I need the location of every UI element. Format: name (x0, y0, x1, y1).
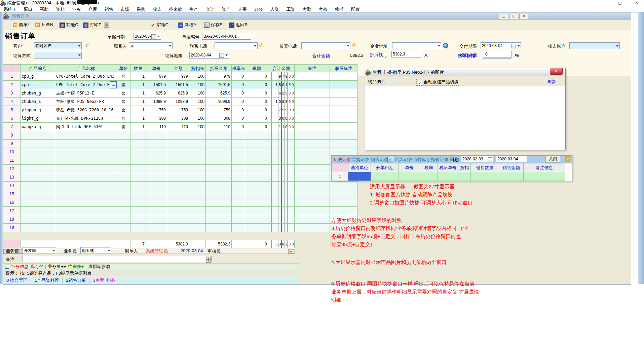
contact-select[interactable]: 无 (129, 42, 173, 49)
history-tab-报价记录[interactable]: 报价记录 (431, 157, 449, 163)
table-row[interactable]: 5yinpan_g硬盘-希捷 320G 7200.10 16套175975910… (3, 106, 357, 114)
history-tab-销售记录[interactable]: 销售记录 (371, 157, 388, 163)
toolbar-button-后单N[interactable]: ⏩后单N (35, 22, 53, 28)
menu-item-工资[interactable]: 工资 (283, 6, 299, 13)
menu-item-配置[interactable]: 配置 (347, 6, 364, 13)
table-row[interactable]: 4zhuban_s主板-微星 P35 Neo2-FR套11098.91098.9… (3, 98, 357, 106)
table-row[interactable]: 14 (3, 182, 357, 190)
menu-item-人事[interactable]: 人事 (234, 6, 251, 13)
column-header[interactable]: 单价 (146, 64, 167, 72)
bill-date-field[interactable]: 2020-03-04 (134, 33, 161, 40)
history-column-header[interactable]: 备注信息 (524, 163, 565, 172)
spinner-control[interactable]: ▲▼ (206, 257, 211, 262)
column-header[interactable]: 税额 (245, 64, 268, 72)
auto-follow-checkbox[interactable]: ✓ 自动跟随产品切换 (416, 79, 460, 86)
menu-item-秘书[interactable]: 秘书 (331, 6, 347, 13)
dept-select[interactable]: 开发部 (23, 247, 56, 254)
menu-item-资产[interactable]: 资产 (218, 6, 234, 13)
history-cell[interactable] (399, 172, 420, 181)
pointing-hand-icon[interactable]: ☞ (84, 42, 89, 48)
table-row[interactable]: 1cpu_gCPU-Intel Core 2 Duo E43套197997910… (3, 72, 357, 81)
toolbar-button-审核C[interactable]: ✔审核C (151, 22, 168, 28)
menu-item-考勤[interactable]: 考勤 (299, 6, 315, 13)
menu-item-生产[interactable]: 生产 (186, 6, 202, 13)
history-column-header[interactable]: 税率 (420, 163, 438, 172)
child-maximize-button[interactable]: ▢ (509, 14, 518, 19)
refresh-link[interactable]: 刷新 (547, 79, 556, 85)
table-row[interactable]: 11 (3, 156, 357, 165)
history-cell[interactable] (458, 172, 471, 181)
toolbar-button-新增A[interactable]: ＋新增A (178, 22, 196, 28)
quick-link-2[interactable]: 库存^^ (31, 264, 43, 270)
column-header[interactable]: 税率% (232, 64, 245, 72)
deliver-date-field[interactable]: 2020-03-04 (481, 42, 521, 49)
table-row[interactable]: 12 (3, 165, 357, 173)
phone-select[interactable] (215, 42, 258, 49)
menu-item-业务[interactable]: 业务 (69, 6, 85, 13)
fax-select[interactable] (301, 42, 350, 49)
salesman-select[interactable]: 周玉林 (80, 247, 111, 254)
history-column-header[interactable]: 开单日期 (371, 163, 399, 172)
history-column-header[interactable]: 单价 (399, 163, 420, 172)
menu-item-销售[interactable]: 销售 (101, 6, 117, 13)
window-right-border[interactable] (638, 12, 644, 284)
column-header[interactable]: 单位 (117, 64, 130, 72)
history-cell[interactable] (438, 172, 458, 181)
close-button[interactable]: ✕ (632, 1, 641, 5)
menu-item-办公[interactable]: 办公 (251, 6, 267, 13)
customer-select[interactable]: 临时客户 (34, 42, 82, 49)
toolbar-button-前单L[interactable]: ⏪前单L (12, 22, 30, 28)
printer-icon[interactable]: 🖶 (104, 22, 109, 28)
table-row[interactable]: 16 (3, 198, 357, 207)
column-header[interactable]: 备注 (295, 64, 330, 72)
taskbar-item-0综合管理[interactable]: 0 综合管理 (3, 277, 31, 283)
toolbar-button-保存S[interactable]: ▤保存S (204, 22, 223, 28)
history-column-header[interactable]: 折扣 (458, 163, 471, 172)
phone-icon[interactable]: ✆ (259, 42, 264, 48)
settle-date-field[interactable]: 2020-03-04 (189, 52, 229, 59)
menu-item-采购[interactable]: 采购 (133, 6, 149, 13)
table-row[interactable]: 17 (3, 207, 357, 215)
history-cell[interactable] (371, 172, 399, 181)
menu-item-资料[interactable]: 资料 (52, 6, 69, 13)
menu-item-窗口[interactable]: 窗口 (20, 6, 36, 13)
menu-item-往来款[interactable]: 往来款 (165, 6, 186, 13)
history-column-header[interactable]: - (332, 163, 348, 172)
table-row[interactable]: 15 (3, 190, 357, 198)
history-selected-cell[interactable] (348, 172, 371, 181)
ellipsis-button[interactable]: ... (110, 81, 117, 88)
column-header[interactable]: 事后备注 (330, 64, 357, 72)
table-row[interactable]: 19 (3, 224, 357, 232)
toolbar-button-打印P[interactable]: ⎙打印P (83, 22, 102, 28)
child-close-button[interactable]: ✕ (519, 14, 528, 19)
column-header[interactable]: 数量 (130, 64, 146, 72)
menu-item-收支[interactable]: 收支 (149, 6, 165, 13)
column-header[interactable]: 合计金额 (268, 64, 295, 72)
toolbar-button-功能O[interactable]: ▦功能O (60, 22, 78, 28)
history-date-to[interactable]: 2020-03-04 (496, 156, 527, 162)
menu-item-仓库[interactable]: 仓库 (85, 6, 101, 13)
fax-phone-icon[interactable]: ✆ (352, 42, 356, 48)
toolbar-button-返回R[interactable]: ↩返回R (229, 22, 248, 28)
history-tab-出入记录[interactable]: 出入记录 (395, 157, 412, 163)
history-cell[interactable] (420, 172, 438, 181)
settle-method-select[interactable] (34, 52, 82, 59)
menu-item-人资[interactable]: 人资 (267, 6, 283, 13)
taskbar-item-1产品资料管[interactable]: 1产品资料管 (31, 277, 63, 283)
column-header[interactable]: 金额 (167, 64, 189, 72)
table-row[interactable]: 6light_g光存储-先锋 DVR-112CH套130830810030800… (3, 114, 357, 123)
history-close-button[interactable]: 关闭 (545, 156, 560, 163)
history-tab-历史记录[interactable]: 历史记录 (334, 157, 351, 163)
address-select[interactable] (392, 42, 441, 49)
history-cell[interactable] (524, 172, 565, 181)
table-row[interactable]: 2cpu_sCPU-Intel Core 2 Duo E65套11501.515… (3, 81, 357, 89)
checkbox-icon[interactable]: ✓ (418, 81, 422, 85)
table-row[interactable]: 8 (3, 131, 357, 140)
history-tab-采购记录[interactable]: 采购记录 (352, 157, 369, 163)
column-header[interactable]: 产品名称 (55, 64, 117, 72)
dots-label[interactable]: . . (115, 248, 118, 253)
taskbar-item-3查看主板-[interactable]: 3查看 主板- (89, 277, 119, 283)
history-cell[interactable] (471, 172, 499, 181)
help-icon[interactable]: ? (565, 156, 570, 162)
history-column-header[interactable]: 销售数量 (471, 163, 499, 172)
